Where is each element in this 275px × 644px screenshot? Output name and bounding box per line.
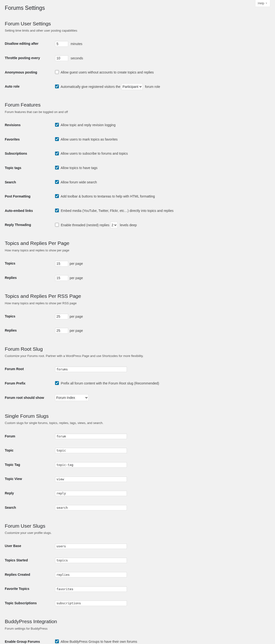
row-label: Topics — [5, 256, 53, 271]
checkbox-label: Prefix all forum content with the Forum … — [61, 381, 159, 385]
row-label: Auto-embed links — [5, 204, 53, 218]
checkbox-label: Embed media (YouTube, Twitter, Flickr, e… — [61, 209, 174, 212]
root-show-select[interactable]: Forum Index — [55, 394, 88, 401]
help-tab-label: Help — [258, 1, 264, 6]
row-label: Forum Prefix — [5, 376, 53, 391]
subscriptions-checkbox[interactable] — [55, 152, 59, 155]
topics-per-rss-input[interactable] — [55, 314, 68, 319]
row-label: Topics Started — [5, 553, 53, 568]
row-label: Topic Tag — [5, 458, 53, 472]
row-label: Search — [5, 500, 53, 515]
suffix-text: minutes — [70, 42, 82, 46]
row-label: Topic tags — [5, 161, 53, 175]
slug-reply-input[interactable] — [55, 490, 127, 496]
auto-embed-checkbox[interactable] — [55, 208, 59, 212]
suffix-text: seconds — [70, 56, 83, 60]
row-label: Forum root should show — [5, 391, 53, 405]
replies-per-page-input[interactable] — [55, 275, 68, 281]
checkbox-label: Add toolbar & buttons to textareas to he… — [60, 194, 155, 198]
chevron-down-icon: ▼ — [265, 2, 268, 5]
row-label: Revisions — [5, 118, 53, 132]
slug-search-input[interactable] — [55, 505, 127, 510]
checkbox-label-pre: Automatically give registered visitors t… — [60, 85, 120, 88]
suffix-text: per page — [70, 262, 83, 266]
section-desc: Setting time limits and other user posti… — [5, 28, 270, 33]
anonymous-checkbox[interactable] — [55, 70, 59, 74]
row-label: Anonymous posting — [5, 65, 53, 80]
replies-per-rss-input[interactable] — [55, 328, 68, 334]
topic-tags-checkbox[interactable] — [55, 166, 59, 170]
favorites-checkbox[interactable] — [55, 137, 59, 141]
section-heading-features: Forum Features — [5, 101, 270, 108]
row-label: Topic Subscriptions — [5, 596, 53, 610]
slug-topic-subscriptions-input[interactable] — [55, 600, 127, 606]
section-desc: Custom slugs for single forums, topics, … — [5, 421, 270, 425]
row-label: Favorites — [5, 132, 53, 147]
row-label: Favorite Topics — [5, 582, 53, 596]
row-label: Forum Root — [5, 362, 53, 376]
topics-per-page-input[interactable] — [55, 261, 68, 266]
forum-root-input[interactable] — [55, 366, 127, 372]
section-heading-single-slugs: Single Forum Slugs — [5, 412, 270, 420]
search-checkbox[interactable] — [55, 180, 59, 184]
checkbox-label: Allow topic and reply revision logging — [60, 123, 116, 127]
section-desc: How many topics and replies to show per … — [5, 248, 270, 252]
row-label: Disallow editing after — [5, 37, 53, 51]
row-label: Forum — [5, 429, 53, 444]
checkbox-label-post: levels deep — [120, 223, 137, 227]
section-heading-buddypress: BuddyPress Integration — [5, 618, 270, 625]
post-formatting-checkbox[interactable] — [55, 194, 59, 198]
section-heading-per-page: Topics and Replies Per Page — [5, 240, 270, 246]
row-label: Search — [5, 175, 53, 190]
slug-replies-created-input[interactable] — [55, 572, 127, 578]
slug-user-base-input[interactable] — [55, 544, 127, 549]
forum-prefix-checkbox[interactable] — [55, 381, 59, 385]
checkbox-label: Allow users to subscribe to forums and t… — [60, 152, 128, 155]
suffix-text: per page — [70, 276, 83, 280]
checkbox-label: Allow guest users without accounts to cr… — [60, 70, 154, 74]
row-label: Auto role — [5, 80, 53, 94]
checkbox-label: Allow BuddyPress Groups to have their ow… — [60, 640, 137, 644]
threading-checkbox[interactable] — [55, 223, 59, 227]
checkbox-label-pre: Enable threaded (nested) replies — [61, 223, 110, 227]
row-label: Reply — [5, 486, 53, 500]
threading-select[interactable]: 2 — [110, 222, 118, 228]
section-desc: Customize your user profile slugs. — [5, 531, 270, 535]
section-heading-user-slugs: Forum User Slugs — [5, 522, 270, 529]
row-label: Replies — [5, 271, 53, 285]
checkbox-label: Allow forum wide search — [60, 180, 97, 184]
checkbox-label: Allow topics to have tags — [60, 166, 98, 170]
page-title: Forums Settings — [5, 2, 270, 12]
section-heading-per-rss: Topics and Replies Per RSS Page — [5, 292, 270, 300]
enable-group-forums-checkbox[interactable] — [55, 640, 59, 643]
revisions-checkbox[interactable] — [55, 123, 59, 127]
row-label: Topic View — [5, 472, 53, 486]
auto-role-checkbox[interactable] — [55, 84, 59, 88]
help-tab[interactable]: Help ▼ — [255, 0, 270, 7]
auto-role-select[interactable]: Participant — [121, 83, 143, 90]
row-label: Throttle posting every — [5, 51, 53, 65]
section-desc: Customize your Forums root. Partner with… — [5, 354, 270, 358]
slug-forum-input[interactable] — [55, 434, 127, 439]
row-label: Post Formatting — [5, 189, 53, 204]
slug-topic-input[interactable] — [55, 448, 127, 453]
row-label: Topics — [5, 309, 53, 324]
section-heading-user-settings: Forum User Settings — [5, 20, 270, 27]
slug-topic-view-input[interactable] — [55, 476, 127, 482]
suffix-text: per page — [70, 329, 83, 332]
row-label: Subscriptions — [5, 146, 53, 161]
checkbox-label-post: forum role — [145, 85, 160, 88]
section-heading-root-slug: Forum Root Slug — [5, 346, 270, 352]
suffix-text: per page — [70, 314, 83, 318]
section-desc: How many topics and replies to show per … — [5, 301, 270, 306]
row-label: Reply Threading — [5, 218, 53, 232]
row-label: Topic — [5, 444, 53, 458]
slug-favorite-topics-input[interactable] — [55, 586, 127, 592]
disallow-editing-input[interactable] — [55, 41, 68, 47]
slug-topics-started-input[interactable] — [55, 558, 127, 563]
section-desc: Forum settings for BuddyPress — [5, 626, 270, 631]
row-label: Replies Created — [5, 568, 53, 582]
slug-topic-tag-input[interactable] — [55, 462, 127, 468]
checkbox-label: Allow users to mark topics as favorites — [60, 138, 118, 141]
throttle-input[interactable] — [55, 55, 68, 61]
